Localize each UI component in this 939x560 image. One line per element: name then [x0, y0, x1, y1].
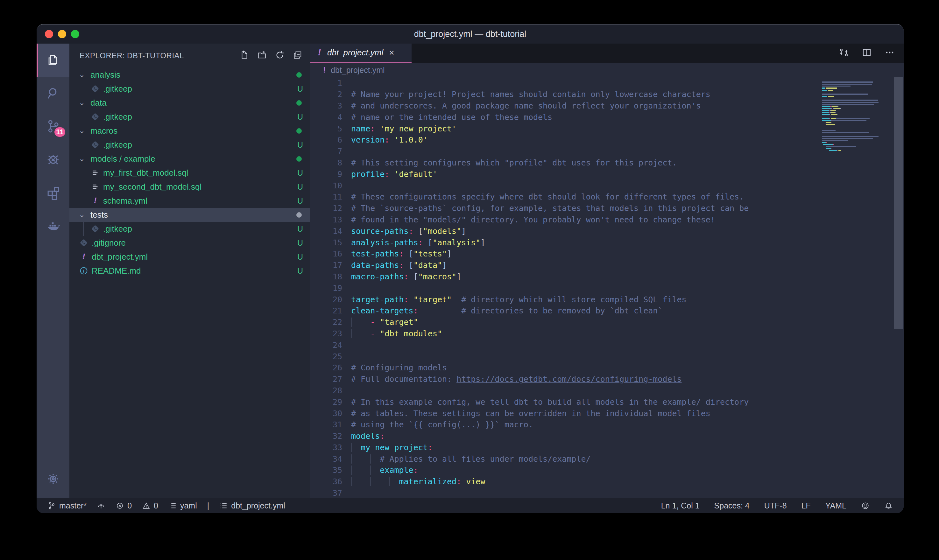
code-line-15[interactable]: 15analysis-paths: ["analysis"] [310, 237, 904, 248]
code-line-30[interactable]: 30# as tables. These settings can be ove… [310, 408, 904, 419]
status-0[interactable]: 0 [115, 501, 132, 510]
code-line-8[interactable]: 8# This setting configures which "profil… [310, 157, 904, 169]
code-line-21[interactable]: 21clean-targets: # directories to be rem… [310, 305, 904, 317]
code-line-34[interactable]: 34 # Applies to all files under models/e… [310, 453, 904, 465]
editor-scrollbar[interactable] [894, 77, 903, 329]
new-folder-icon[interactable] [257, 50, 267, 61]
status-lf[interactable]: LF [802, 501, 811, 510]
code-line-6[interactable]: 6version: '1.0.0' [310, 134, 904, 146]
minimap[interactable] [822, 79, 890, 154]
tree-item-schema-yml[interactable]: !schema.ymlU [69, 194, 310, 208]
tab-close-icon[interactable]: × [389, 48, 394, 58]
status-utf-8[interactable]: UTF-8 [764, 501, 787, 510]
code-line-3[interactable]: 3# and underscores. A good package name … [310, 100, 904, 112]
code-line-36[interactable]: 36 materialized: view [310, 476, 904, 488]
code-line-5[interactable]: 5name: 'my_new_project' [310, 123, 904, 134]
status-bell[interactable] [884, 502, 893, 510]
refresh-icon[interactable] [275, 50, 285, 61]
status-dbt-project-yml[interactable]: dbt_project.yml [219, 501, 285, 510]
new-file-icon[interactable] [239, 50, 249, 61]
tree-item--gitkeep[interactable]: .gitkeepU [69, 82, 310, 96]
code-line-12[interactable]: 12# The `source-paths` config, for examp… [310, 203, 904, 214]
code-line-20[interactable]: 20target-path: "target" # directory whic… [310, 294, 904, 305]
code-line-24[interactable]: 24 [310, 339, 904, 351]
search-icon[interactable] [37, 77, 69, 110]
code-line-16[interactable]: 16test-paths: ["tests"] [310, 248, 904, 260]
status-yaml[interactable]: YAML [825, 501, 847, 510]
tree-item-models-example[interactable]: ⌄models / example [69, 152, 310, 166]
code-line-29[interactable]: 29# In this example config, we tell dbt … [310, 396, 904, 408]
code-line-26[interactable]: 26# Configuring models [310, 362, 904, 374]
code-editor[interactable]: 12# Name your project! Project names sho… [310, 77, 904, 498]
code-line-28[interactable]: 28 [310, 385, 904, 397]
line-number: 21 [310, 306, 342, 315]
status-smiley[interactable] [861, 502, 870, 510]
line-number: 14 [310, 226, 342, 236]
status-master-[interactable]: master* [48, 501, 86, 510]
code-line-37[interactable]: 37 [310, 488, 904, 498]
code-line-18[interactable]: 18macro-paths: ["macros"] [310, 271, 904, 283]
status-spaces-4[interactable]: Spaces: 4 [714, 501, 750, 510]
code-line-27[interactable]: 27# Full documentation: https://docs.get… [310, 374, 904, 385]
explorer-icon[interactable] [37, 44, 69, 77]
tree-item-label: dbt_project.yml [92, 252, 297, 262]
collapse-folders-icon[interactable] [293, 50, 302, 61]
code-line-2[interactable]: 2# Name your project! Project names shou… [310, 89, 904, 100]
tree-item-readme-md[interactable]: README.mdU [69, 264, 310, 278]
tree-item-macros[interactable]: ⌄macros [69, 124, 310, 138]
breadcrumb-file: dbt_project.yml [331, 66, 385, 75]
settings-gear-icon[interactable] [37, 460, 69, 498]
tree-item--gitkeep[interactable]: .gitkeepU [69, 110, 310, 124]
source-control-icon[interactable]: 11 [37, 110, 69, 143]
status-yaml[interactable]: yaml [168, 501, 197, 510]
tree-item-my-second-dbt-model-sql[interactable]: my_second_dbt_model.sqlU [69, 180, 310, 194]
tree-item-label: tests [91, 210, 296, 220]
tree-item-my-first-dbt-model-sql[interactable]: my_first_dbt_model.sqlU [69, 166, 310, 180]
code-line-10[interactable]: 10 [310, 180, 904, 191]
status-0[interactable]: 0 [142, 501, 158, 510]
code-line-13[interactable]: 13# found in the "models/" directory. Yo… [310, 214, 904, 226]
code-line-31[interactable]: 31# using the `{{ config(...) }}` macro. [310, 419, 904, 431]
code-line-22[interactable]: 22 - "target" [310, 317, 904, 328]
open-changes-icon[interactable] [839, 48, 849, 59]
code-line-4[interactable]: 4# name or the intended use of these mod… [310, 111, 904, 123]
tree-item--gitkeep[interactable]: .gitkeepU [69, 222, 310, 236]
code-line-1[interactable]: 1 [310, 77, 904, 89]
code-line-19[interactable]: 19 [310, 282, 904, 294]
code-line-11[interactable]: 11# These configurations specify where d… [310, 191, 904, 203]
git-untracked-badge: U [297, 140, 303, 149]
code-line-35[interactable]: 35 example: [310, 465, 904, 476]
tree-item-dbt-project-yml[interactable]: !dbt_project.ymlU [69, 250, 310, 264]
extensions-icon[interactable] [37, 176, 69, 209]
docker-icon[interactable] [37, 209, 69, 242]
editor-area: ! dbt_project.yml × ! dbt_project.yml 12… [310, 44, 904, 498]
line-number: 13 [310, 215, 342, 224]
status-sync[interactable] [97, 502, 105, 510]
tab-dbt-project-yml[interactable]: ! dbt_project.yml × [310, 44, 412, 63]
status-ln-1-col-1[interactable]: Ln 1, Col 1 [661, 501, 700, 510]
code-line-33[interactable]: 33 my_new_project: [310, 442, 904, 454]
code-line-17[interactable]: 17data-paths: ["data"] [310, 260, 904, 271]
svg-text:!: ! [94, 196, 97, 205]
more-actions-icon[interactable] [885, 48, 895, 59]
line-number: 4 [310, 112, 342, 122]
line-number: 11 [310, 192, 342, 202]
split-editor-icon[interactable] [862, 48, 872, 59]
git-file-icon [91, 140, 100, 149]
tree-item--gitkeep[interactable]: .gitkeepU [69, 138, 310, 152]
status-label: LF [802, 501, 811, 510]
code-line-7[interactable]: 7 [310, 146, 904, 157]
line-number: 2 [310, 90, 342, 99]
breadcrumb[interactable]: ! dbt_project.yml [310, 63, 904, 77]
code-line-32[interactable]: 32models: [310, 431, 904, 442]
code-line-25[interactable]: 25 [310, 351, 904, 362]
line-number: 16 [310, 249, 342, 258]
code-line-9[interactable]: 9profile: 'default' [310, 168, 904, 180]
tree-item-data[interactable]: ⌄data [69, 96, 310, 110]
tree-item--gitignore[interactable]: .gitignoreU [69, 236, 310, 250]
run-debug-icon[interactable] [37, 143, 69, 176]
tree-item-tests[interactable]: ⌄tests [69, 208, 310, 222]
tree-item-analysis[interactable]: ⌄analysis [69, 68, 310, 82]
code-line-23[interactable]: 23 - "dbt_modules" [310, 328, 904, 340]
code-line-14[interactable]: 14source-paths: ["models"] [310, 225, 904, 237]
